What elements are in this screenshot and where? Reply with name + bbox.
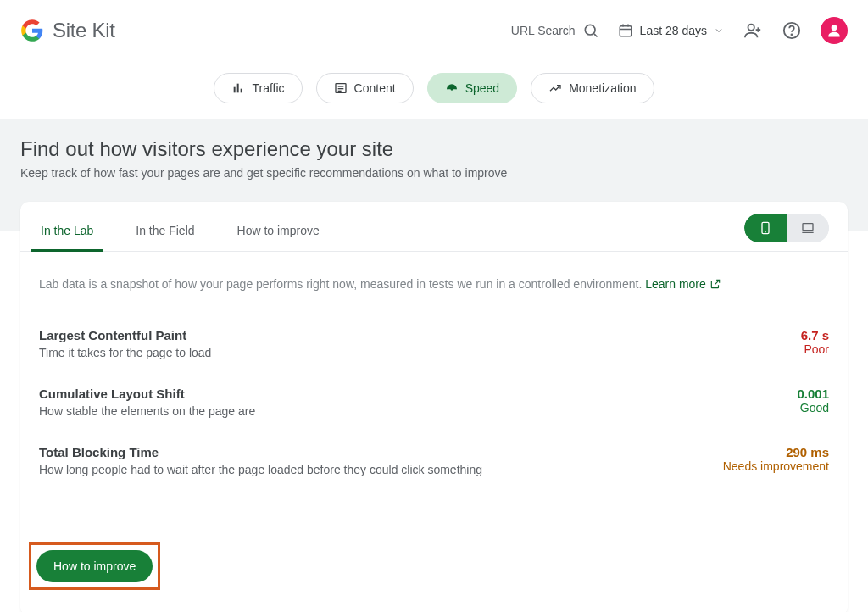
svg-point-20 [451,89,453,91]
nav-content[interactable]: Content [316,73,414,103]
nav-content-label: Content [354,81,396,95]
metric-cls: Cumulative Layout Shift How stable the e… [39,370,829,428]
metric-tbt: Total Blocking Time How long people had … [39,428,829,487]
help-icon [782,21,801,40]
card-tabs-row: In the Lab In the Field How to improve [20,202,848,252]
tab-in-the-field[interactable]: In the Field [134,214,196,251]
metric-lcp-title: Largest Contentful Paint [39,328,211,342]
nav-traffic[interactable]: Traffic [214,73,302,103]
device-toggle [744,214,829,242]
svg-rect-2 [620,26,632,36]
metric-tbt-value: 290 ms [723,445,829,459]
how-to-improve-highlight: How to improve [29,542,160,590]
metric-cls-value: 0.001 [797,387,829,401]
svg-line-25 [715,280,719,284]
svg-point-6 [748,25,754,31]
metric-lcp: Largest Contentful Paint Time it takes f… [39,311,829,370]
metric-tabs: In the Lab In the Field How to improve [39,214,321,251]
tab-how-to-improve[interactable]: How to improve [236,214,321,251]
person-add-icon [743,21,762,40]
metric-tbt-sub: How long people had to wait after the pa… [39,463,482,476]
svg-rect-23 [803,224,813,231]
page-title: Find out how visitors experience your si… [20,137,848,161]
metric-cls-title: Cumulative Layout Shift [39,387,255,401]
chevron-down-icon [714,25,724,36]
svg-line-1 [593,34,597,37]
category-nav: Traffic Content Speed Monetization [0,61,868,119]
url-search-label: URL Search [511,24,576,37]
app-header: Site Kit URL Search Last 28 days [0,0,868,61]
nav-monetization[interactable]: Monetization [531,73,654,103]
svg-rect-12 [234,87,236,93]
date-range-label: Last 28 days [640,24,707,37]
metric-cls-sub: How stable the elements on the page are [39,404,255,418]
bar-chart-icon [231,81,245,95]
learn-more-link[interactable]: Learn more [645,277,721,291]
external-link-icon [709,278,721,290]
nav-speed[interactable]: Speed [427,73,517,103]
url-search-button[interactable]: URL Search [511,22,599,39]
metric-lcp-rating: Poor [801,342,829,356]
svg-rect-13 [237,84,239,93]
brand: Site Kit [20,19,115,42]
metric-lcp-sub: Time it takes for the page to load [39,346,211,359]
metric-lcp-value: 6.7 s [801,328,829,342]
svg-rect-14 [241,89,242,93]
user-icon [826,22,843,39]
brand-text: Site Kit [53,19,115,42]
trend-icon [548,81,562,95]
nav-monetization-label: Monetization [569,81,636,95]
metric-tbt-rating: Needs improvement [723,459,829,473]
metric-tbt-title: Total Blocking Time [39,445,482,459]
desktop-icon [799,221,816,235]
mobile-icon [759,220,772,236]
nav-speed-label: Speed [465,81,499,95]
calendar-icon [618,23,633,38]
lab-description-text: Lab data is a snapshot of how your page … [39,277,645,291]
how-to-improve-button[interactable]: How to improve [36,550,153,582]
device-desktop[interactable] [787,214,829,242]
search-icon [582,22,599,39]
lab-description: Lab data is a snapshot of how your page … [20,252,848,299]
metrics-list: Largest Contentful Paint Time it takes f… [20,299,848,487]
user-avatar[interactable] [821,17,848,44]
content-icon [334,81,348,95]
speed-card: In the Lab In the Field How to improve L… [20,202,848,612]
help-button[interactable] [782,20,802,41]
metric-cls-rating: Good [797,401,829,414]
page-subtitle: Keep track of how fast your pages are an… [20,166,848,180]
google-g-logo-icon [20,19,44,42]
speed-icon [445,81,459,95]
svg-point-0 [585,25,595,35]
tab-in-the-lab[interactable]: In the Lab [39,214,95,251]
svg-point-10 [791,34,792,35]
nav-traffic-label: Traffic [252,81,284,95]
add-user-button[interactable] [743,20,763,41]
header-actions: URL Search Last 28 days [511,17,848,44]
svg-point-11 [832,25,837,31]
date-range-picker[interactable]: Last 28 days [618,23,724,38]
device-mobile[interactable] [744,214,787,242]
